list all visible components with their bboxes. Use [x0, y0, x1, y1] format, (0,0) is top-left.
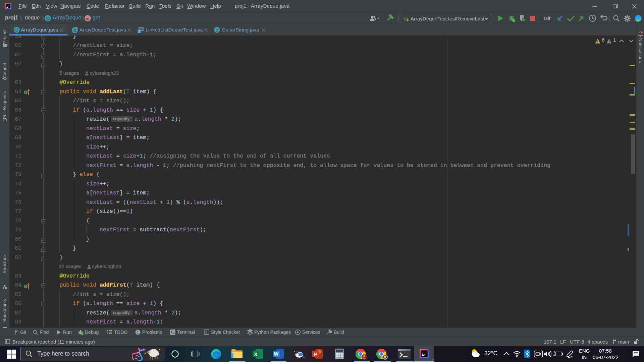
- svg-text:J: J: [139, 30, 140, 33]
- svg-text:P: P: [314, 351, 317, 357]
- svg-text:C: C: [216, 28, 218, 32]
- svg-text:IJ: IJ: [422, 352, 426, 356]
- svg-text:W: W: [274, 351, 279, 357]
- svg-text:X: X: [254, 351, 258, 357]
- svg-text:IJ: IJ: [7, 5, 9, 8]
- svg-text:C: C: [46, 16, 49, 21]
- svg-text:C: C: [15, 28, 18, 32]
- svg-text:m: m: [86, 16, 89, 20]
- svg-text:1: 1: [205, 330, 207, 334]
